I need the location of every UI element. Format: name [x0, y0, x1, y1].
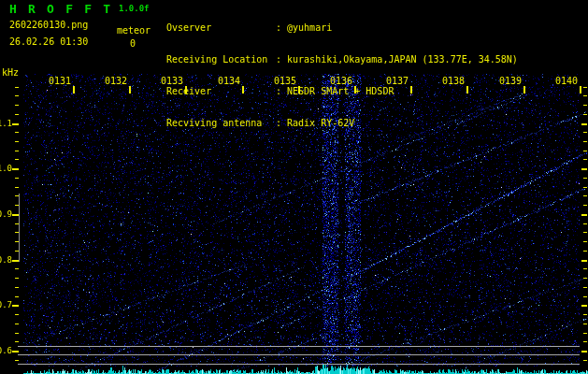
- time-tick-label: 0139: [492, 76, 522, 86]
- info-row: Receiver:NESDR SMArt + HDSDR: [166, 86, 518, 97]
- hrofft-window: H R O F F T 1.0.0f 2602260130.png meteor…: [0, 0, 588, 374]
- freq-tick-label: 1.1: [0, 119, 12, 128]
- info-label: Recviving antenna: [166, 118, 276, 128]
- info-label: Receiving Location: [166, 54, 276, 65]
- info-value: @yuhmari: [287, 22, 332, 33]
- freq-tick-label: 0.6: [0, 346, 12, 355]
- app-title: H R O F F T: [9, 2, 112, 16]
- time-tick-label: 0131: [41, 76, 71, 86]
- freq-tick-label: 1.0: [0, 164, 12, 173]
- info-value: Radix RY-62V: [287, 118, 354, 128]
- time-tick-label: 0134: [210, 76, 240, 86]
- info-label: Ovserver: [166, 22, 276, 33]
- output-filename: 2602260130.png: [9, 20, 88, 30]
- info-row: Recviving antenna:Radix RY-62V: [166, 118, 518, 129]
- info-label: Receiver: [166, 86, 276, 96]
- time-tick-label: 0140: [548, 76, 578, 86]
- capture-datetime: 26.02.26 01:30: [9, 36, 88, 47]
- info-value: kurashiki,Okayama,JAPAN (133.77E, 34.58N…: [287, 54, 518, 65]
- info-separator: :: [276, 86, 281, 96]
- freq-tick-label: 0.7: [0, 300, 12, 309]
- info-separator: :: [276, 54, 281, 65]
- app-version: 1.0.0f: [119, 4, 150, 13]
- info-separator: :: [276, 118, 281, 128]
- freq-tick-label: 0.8: [0, 255, 12, 265]
- time-tick-label: 0137: [379, 76, 409, 86]
- time-tick-label: 0138: [435, 76, 465, 86]
- info-value: NESDR SMArt + HDSDR: [287, 86, 394, 96]
- info-row: Receiving Location:kurashiki,Okayama,JAP…: [166, 54, 518, 65]
- meteor-count-value: 0: [130, 38, 136, 49]
- freq-axis-unit-label: kHz: [2, 67, 19, 78]
- info-separator: :: [276, 22, 281, 33]
- freq-tick-label: 0.9: [0, 209, 12, 219]
- info-row: Ovserver:@yuhmari: [166, 22, 518, 34]
- time-tick-label: 0132: [97, 76, 127, 86]
- meteor-count-label: meteor: [117, 25, 151, 36]
- time-tick-label: 0133: [153, 76, 183, 86]
- time-tick-label: 0136: [323, 76, 352, 86]
- time-tick-label: 0135: [266, 76, 296, 86]
